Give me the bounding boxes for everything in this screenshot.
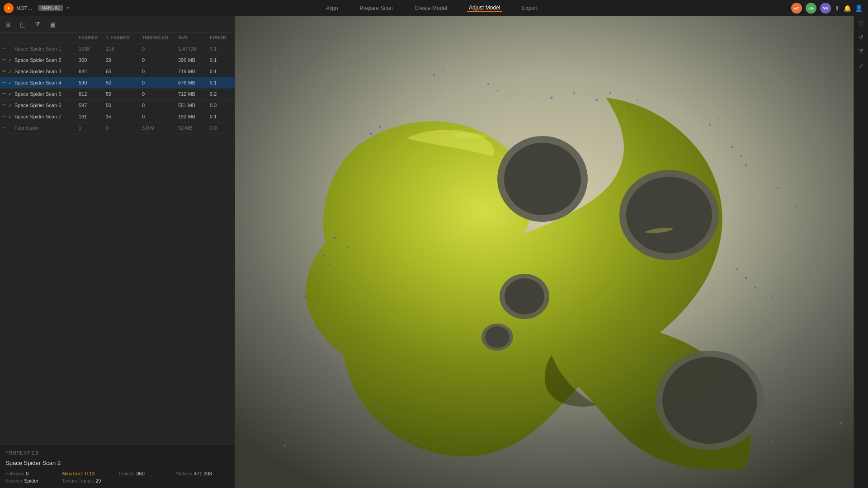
triangles-cell: 0 bbox=[140, 113, 176, 120]
scan-name: Space Spider Scan 4 bbox=[14, 80, 61, 85]
svg-point-93 bbox=[352, 432, 354, 433]
svg-point-95 bbox=[343, 395, 344, 397]
minimize-button[interactable]: — bbox=[224, 450, 229, 456]
svg-point-14 bbox=[261, 106, 263, 108]
triangles-cell: 0 bbox=[140, 56, 176, 64]
expand-icon[interactable]: ⤢ bbox=[859, 62, 863, 69]
svg-point-62 bbox=[433, 454, 435, 456]
svg-point-83 bbox=[764, 323, 765, 324]
svg-point-13 bbox=[844, 52, 846, 53]
viewport[interactable] bbox=[235, 16, 868, 488]
table-row[interactable]: 〜 Space Spider Scan 1 1338 118 0 1.47 GB… bbox=[0, 43, 235, 55]
prop-header: PROPERTIES — bbox=[5, 450, 229, 456]
wave-icon: 〜 bbox=[2, 91, 6, 97]
nav-align[interactable]: Align bbox=[324, 5, 340, 11]
panel-icon[interactable]: ▣ bbox=[47, 19, 57, 30]
avatar-ay: AY bbox=[791, 3, 802, 14]
scan-name-cell: 〜 Space Spider Scan 1 bbox=[0, 45, 77, 53]
wave-icon: 〜 bbox=[2, 80, 6, 86]
scan-name-cell: 〜 ✓ Space Spider Scan 5 bbox=[0, 90, 77, 98]
svg-point-63 bbox=[383, 418, 385, 419]
avatar-jg: JG bbox=[806, 3, 816, 14]
svg-point-5 bbox=[460, 29, 462, 31]
right-icons: AY JG NK ⬆ 🔔 👤 bbox=[791, 3, 868, 14]
texture-frames-value: 29 bbox=[95, 478, 101, 483]
table-row[interactable]: 〜 ✓ Space Spider Scan 4 590 50 0 676 MB … bbox=[0, 77, 235, 89]
svg-point-21 bbox=[266, 400, 268, 401]
table-row[interactable]: 〜 ✓ Space Spider Scan 2 360 29 0 396 MB … bbox=[0, 55, 235, 66]
size-cell: 676 MB bbox=[176, 79, 208, 86]
mode-badge: MANUAL bbox=[38, 5, 63, 11]
size-cell: 192 MB bbox=[176, 113, 208, 120]
grid-icon[interactable]: ⊞ bbox=[4, 19, 13, 30]
svg-point-53 bbox=[745, 277, 747, 280]
t-frames-cell: 50 bbox=[104, 102, 140, 109]
mode-dropdown-icon[interactable]: ▾ bbox=[66, 5, 69, 10]
wave-icon: 〜 bbox=[2, 102, 6, 108]
size-cell: 551 MB bbox=[176, 102, 208, 109]
table-row[interactable]: 〜 ✓ Space Spider Scan 5 812 59 0 712 MB … bbox=[0, 89, 235, 100]
logo-symbol: ● bbox=[7, 5, 10, 10]
svg-point-28 bbox=[840, 422, 842, 424]
polygons-label: Polygons bbox=[5, 471, 24, 476]
col-size: SIZE bbox=[176, 34, 208, 41]
share-icon[interactable]: ⬆ bbox=[835, 5, 840, 12]
svg-point-86 bbox=[799, 404, 801, 406]
nav-export[interactable]: Export bbox=[520, 5, 539, 11]
frames-cell: 812 bbox=[77, 90, 104, 98]
nav-adjust-model[interactable]: Adjust Model bbox=[467, 5, 502, 12]
scanner-value: Spider bbox=[24, 478, 38, 483]
scan-name-cell: 〜 Fast fusion bbox=[0, 124, 77, 132]
svg-point-81 bbox=[782, 278, 783, 279]
maxi-error-value: 0.13 bbox=[85, 471, 94, 476]
svg-point-57 bbox=[759, 422, 761, 424]
table-row[interactable]: 〜 ✓ Space Spider Scan 6 597 50 0 551 MB … bbox=[0, 100, 235, 111]
scan-name: Space Spider Scan 2 bbox=[14, 57, 61, 63]
size-cell: 712 MB bbox=[176, 90, 208, 98]
table-row[interactable]: 〜 ✓ Space Spider Scan 3 644 65 0 719 MB … bbox=[0, 66, 235, 77]
nav-create-model[interactable]: Create Model bbox=[413, 5, 449, 11]
t-frames-cell: 65 bbox=[104, 68, 140, 75]
svg-point-24 bbox=[844, 174, 846, 175]
svg-point-59 bbox=[772, 440, 774, 442]
texture-frames-label: Texture Frames bbox=[62, 479, 94, 483]
svg-point-54 bbox=[754, 286, 756, 288]
mesh-background bbox=[235, 16, 868, 488]
scan-name-cell: 〜 ✓ Space Spider Scan 7 bbox=[0, 113, 77, 121]
table-row[interactable]: 〜 Fast fusion 1 0 3.0 M 52 MB 0.0 Unknow… bbox=[0, 122, 235, 134]
size-cell: 52 MB bbox=[176, 124, 208, 131]
logo-area: ● MOTORCYCLE UPPER ... MANUAL ▾ bbox=[0, 3, 72, 13]
reset-view-icon[interactable]: ↺ bbox=[859, 34, 863, 41]
layers-icon[interactable]: ◫ bbox=[18, 19, 28, 30]
svg-point-69 bbox=[497, 90, 498, 92]
error-cell: 0.1 bbox=[208, 113, 235, 120]
filter-right-icon[interactable]: ⧩ bbox=[859, 48, 863, 55]
table-row[interactable]: 〜 ✓ Space Spider Scan 7 191 15 0 192 MB … bbox=[0, 111, 235, 122]
user-icon[interactable]: 👤 bbox=[855, 5, 863, 12]
filter-icon[interactable]: ⧩ bbox=[33, 19, 42, 30]
svg-point-67 bbox=[309, 277, 311, 279]
vertices-prop: Vertices 471 203 bbox=[176, 471, 229, 476]
scan-name-cell: 〜 ✓ Space Spider Scan 6 bbox=[0, 101, 77, 109]
col-t-frames: T. FRAMES bbox=[104, 34, 140, 41]
nav-prepare-scan[interactable]: Prepare Scan bbox=[358, 5, 395, 11]
svg-point-89 bbox=[759, 468, 760, 469]
layers-right-icon[interactable]: ⊡ bbox=[859, 20, 863, 27]
svg-point-26 bbox=[849, 309, 851, 311]
svg-point-15 bbox=[284, 129, 286, 130]
svg-point-92 bbox=[361, 440, 363, 442]
notifications-icon[interactable]: 🔔 bbox=[844, 5, 851, 12]
triangles-cell: 0 bbox=[140, 68, 176, 75]
svg-point-7 bbox=[560, 47, 561, 49]
svg-point-3 bbox=[325, 42, 326, 44]
polygons-prop: Polygons 0 bbox=[5, 471, 59, 476]
right-tools: ⊡ ↺ ⧩ ⤢ bbox=[854, 16, 868, 488]
frames-value: 360 bbox=[136, 471, 144, 476]
svg-point-38 bbox=[662, 357, 757, 444]
main-nav: Align Prepare Scan Create Model Adjust M… bbox=[72, 5, 791, 12]
svg-point-73 bbox=[637, 99, 638, 101]
scan-name: Space Spider Scan 6 bbox=[14, 103, 61, 108]
svg-point-19 bbox=[262, 310, 263, 311]
svg-point-52 bbox=[736, 268, 738, 270]
prop-grid: Polygons 0 Maxi Error 0.13 Frames 360 Ve… bbox=[5, 471, 229, 483]
